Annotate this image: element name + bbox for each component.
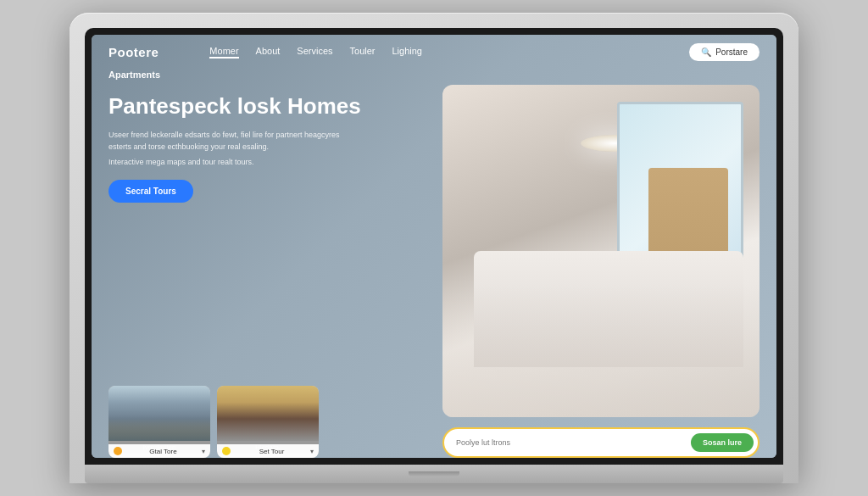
search-icon: 🔍: [701, 47, 711, 57]
nav-link-touler[interactable]: Touler: [350, 46, 376, 59]
main-content: Pantespeck losk Homes Useer frend lecker…: [92, 85, 776, 458]
thumbnail-image-1: [108, 386, 210, 441]
search-input[interactable]: [456, 438, 691, 447]
site-logo: Pootere: [108, 45, 159, 59]
thumbnail-row: Gtal Tore ▾ Ivorskuiten Set Tour: [108, 386, 426, 458]
thumbnail-1[interactable]: Gtal Tore ▾ Ivorskuiten: [108, 386, 210, 458]
laptop-shell: Pootere Momer About Services Touler Ligh…: [70, 13, 798, 483]
thumbnail-image-2: [217, 386, 319, 441]
chevron-icon-1: ▾: [202, 448, 205, 455]
thumbnail-2[interactable]: Set Tour ▾ Hiedato.: [217, 386, 319, 458]
right-panel: Sosan lure: [442, 85, 760, 458]
nav-link-lighing[interactable]: Lighing: [392, 46, 422, 59]
nav-links: Momer About Services Touler Lighing: [209, 46, 689, 59]
cta-button[interactable]: Secral Tours: [108, 180, 193, 203]
navbar-search-button[interactable]: 🔍 Porstare: [689, 43, 760, 61]
chevron-icon-2: ▾: [310, 448, 314, 455]
nav-link-services[interactable]: Services: [297, 46, 332, 59]
thumbnail-dropdown-1[interactable]: Gtal Tore ▾: [108, 444, 210, 458]
search-button[interactable]: Sosan lure: [691, 433, 754, 452]
page-subtitle: Apartments: [92, 70, 776, 85]
laptop-screen: Pootere Momer About Services Touler Ligh…: [92, 35, 776, 458]
hero-description: Useer frend leckeralle edsarts do fewt, …: [108, 130, 346, 153]
laptop-notch: [409, 471, 459, 476]
nav-link-momer[interactable]: Momer: [209, 46, 238, 59]
thumbnail-dropdown-2[interactable]: Set Tour ▾: [217, 444, 319, 458]
screen-bezel: Pootere Momer About Services Touler Ligh…: [85, 28, 783, 465]
left-panel: Pantespeck losk Homes Useer frend lecker…: [108, 85, 426, 458]
navbar-search-label: Porstare: [715, 47, 748, 57]
website: Pootere Momer About Services Touler Ligh…: [92, 35, 776, 458]
room-image-container: [442, 85, 760, 417]
nav-link-about[interactable]: About: [256, 46, 281, 59]
search-bar: Sosan lure: [442, 427, 760, 458]
laptop-bottom-bar: [85, 465, 783, 483]
hero-sub-text: Interactive mega maps and tour realt tou…: [108, 158, 426, 166]
room-image: [442, 85, 760, 417]
navbar: Pootere Momer About Services Touler Ligh…: [92, 35, 776, 70]
dropdown-label-2: Set Tour: [259, 448, 285, 455]
dropdown-label-1: Gtal Tore: [149, 448, 176, 455]
hero-title: Pantespeck losk Homes: [108, 93, 426, 120]
dot-icon-1: [114, 447, 122, 455]
room-sofa: [474, 251, 743, 367]
dot-icon-2: [222, 447, 231, 455]
